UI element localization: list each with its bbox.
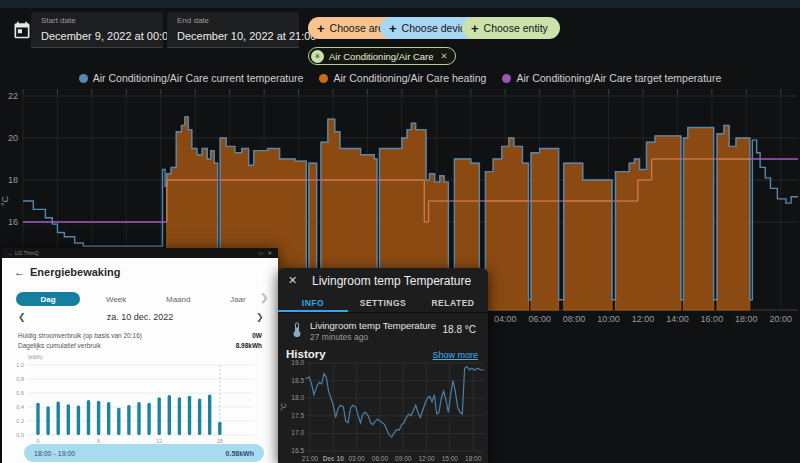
svg-text:18:00: 18:00 [735, 314, 758, 324]
svg-text:°C: °C [0, 195, 10, 206]
svg-text:0.2: 0.2 [16, 418, 24, 424]
chevron-right-icon[interactable]: ❯ [256, 312, 264, 322]
svg-text:10:00: 10:00 [597, 314, 620, 324]
energy-date-label: za. 10 dec. 2022 [2, 312, 278, 322]
minimize-icon[interactable]: ▭ [258, 250, 263, 256]
svg-text:06:00: 06:00 [528, 314, 551, 324]
tab-info[interactable]: INFO [278, 298, 348, 308]
svg-text:18:00: 18:00 [465, 455, 482, 462]
history-heading: History [286, 348, 326, 360]
svg-text:(kWh): (kWh) [28, 354, 43, 360]
svg-text:12:00: 12:00 [418, 455, 435, 462]
entity-history-chart[interactable]: 19.018.518.017.517.016.5°C21:00Dec 1003:… [278, 360, 488, 463]
usage-value: 0W [252, 332, 262, 339]
usage-label: Dagelijks cumulatief verbruik [18, 342, 101, 349]
svg-text:Dec 10: Dec 10 [323, 455, 344, 462]
banner-value: 0.58kWh [226, 450, 254, 457]
energy-popup-body: ← Energiebewaking Dag Week Maand Jaar ❯ … [2, 258, 278, 463]
svg-text:18: 18 [8, 175, 18, 185]
svg-text:17.5: 17.5 [291, 412, 304, 419]
svg-text:0.6: 0.6 [16, 390, 24, 396]
entity-name[interactable]: Livingroom temp Temperature [310, 320, 436, 331]
entity-dialog: ✕ Livingroom temp Temperature INFO SETTI… [278, 268, 488, 463]
time-range-banner: 18:00 - 19:00 0.58kWh [24, 444, 264, 462]
svg-text:14:00: 14:00 [666, 314, 689, 324]
close-icon[interactable]: ✕ [267, 250, 272, 256]
usage-value: 8.98kWh [236, 342, 262, 349]
chevron-right-icon[interactable]: ❯ [260, 292, 268, 303]
window-title: ← LG ThinQ [8, 250, 254, 256]
svg-text:04:00: 04:00 [494, 314, 517, 324]
svg-text:20:00: 20:00 [770, 314, 793, 324]
dialog-title: Livingroom temp Temperature [312, 274, 471, 288]
svg-text:18.0: 18.0 [291, 394, 304, 401]
tab-related[interactable]: RELATED [418, 298, 488, 308]
svg-text:°C: °C [280, 403, 287, 411]
current-usage-row: Huidig stroomverbruik (op basis van 20:1… [18, 332, 262, 339]
energy-popup-window: ← LG ThinQ ▭ ✕ ← Energiebewaking Dag Wee… [2, 248, 278, 463]
divider [278, 312, 488, 313]
show-more-link[interactable]: Show more [432, 350, 478, 360]
tab-jaar[interactable]: Jaar [230, 295, 246, 304]
svg-text:09:00: 09:00 [395, 455, 412, 462]
svg-text:0.8: 0.8 [16, 376, 24, 382]
banner-range: 18:00 - 19:00 [34, 450, 75, 457]
svg-text:22: 22 [8, 91, 18, 101]
svg-text:12:00: 12:00 [632, 314, 655, 324]
entity-last-changed: 27 minutes ago [310, 332, 368, 342]
tab-week[interactable]: Week [106, 295, 126, 304]
history-page: Start date December 9, 2022 at 00:00 End… [0, 0, 800, 463]
energy-window-titlebar[interactable]: ← LG ThinQ ▭ ✕ [2, 248, 278, 258]
svg-text:18.5: 18.5 [291, 377, 304, 384]
svg-text:03:00: 03:00 [348, 455, 365, 462]
svg-text:1.0: 1.0 [16, 362, 24, 368]
svg-text:16: 16 [8, 217, 18, 227]
svg-text:08:00: 08:00 [563, 314, 586, 324]
svg-text:21:00: 21:00 [302, 455, 319, 462]
usage-label: Huidig stroomverbruik (op basis van 20:1… [18, 332, 142, 339]
close-icon[interactable]: ✕ [288, 274, 297, 287]
back-arrow-icon[interactable]: ← [14, 266, 25, 278]
svg-text:06:00: 06:00 [372, 455, 389, 462]
svg-text:0.4: 0.4 [16, 404, 24, 410]
energy-popup-title: Energiebewaking [30, 266, 120, 278]
tab-dag[interactable]: Dag [16, 292, 80, 306]
tab-settings[interactable]: SETTINGS [348, 298, 418, 308]
tab-maand[interactable]: Maand [166, 295, 190, 304]
svg-text:16:00: 16:00 [701, 314, 724, 324]
svg-text:0.0: 0.0 [16, 432, 24, 438]
cumulative-usage-row: Dagelijks cumulatief verbruik 8.98kWh [18, 342, 262, 349]
thermometer-icon [291, 321, 303, 337]
svg-text:15:00: 15:00 [442, 455, 459, 462]
entity-state-value: 18.8 °C [443, 324, 476, 335]
svg-text:17.0: 17.0 [291, 429, 304, 436]
energy-bar-chart[interactable]: (kWh)1.00.80.60.40.20.0061218 [2, 352, 278, 446]
svg-text:16.5: 16.5 [291, 447, 304, 454]
svg-text:19.0: 19.0 [291, 360, 304, 366]
svg-text:20: 20 [8, 133, 18, 143]
